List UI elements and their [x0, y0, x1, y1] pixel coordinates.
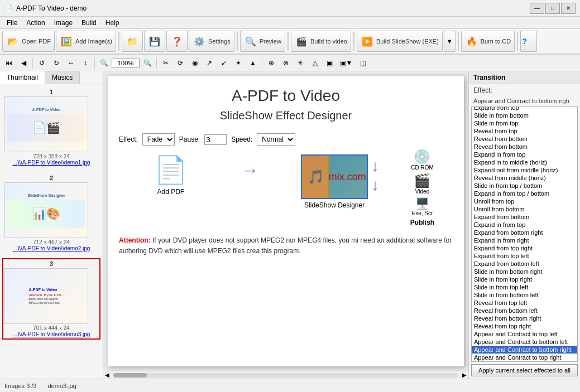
effect-list-item-24[interactable]: Expand from bottom left: [472, 260, 577, 268]
tab-thumbnail[interactable]: Thumbnail: [0, 71, 45, 84]
effect-list-item-25[interactable]: Slide in from bottom right: [472, 268, 577, 275]
effect-list-item-26[interactable]: Slide in from top right: [472, 275, 577, 283]
help-button[interactable]: ?: [520, 31, 537, 52]
effect-list-item-28[interactable]: Slide in from bottom left: [472, 291, 577, 299]
effect-list-item-11[interactable]: Expand in to middle (horiz): [472, 158, 577, 166]
pause-input[interactable]: [204, 134, 227, 145]
tool8-button[interactable]: ⊕: [265, 57, 278, 69]
burn-to-cd-button[interactable]: 🔥 Burn to CD: [461, 31, 515, 52]
thumbnail-list[interactable]: 1 A-PDF to Video 📄🎬 728 x 358 x 24 ...)\…: [0, 84, 103, 379]
transition-effect-label: Effect:: [469, 84, 580, 96]
tool7-button[interactable]: ▲: [246, 57, 260, 69]
scroll-right-arrow[interactable]: ▶: [461, 372, 468, 378]
h-scrollbar[interactable]: ◀ ▶: [103, 371, 468, 379]
minimize-button[interactable]: —: [530, 3, 544, 14]
effect-list-item-36[interactable]: Appear and Contract to top right: [472, 354, 577, 361]
tool5-button[interactable]: ↙: [217, 57, 231, 69]
effect-list-item-4[interactable]: Expand from top: [472, 107, 577, 112]
rotate-right-button[interactable]: ↻: [50, 57, 63, 69]
rotate-left-button[interactable]: ↺: [35, 57, 49, 69]
effect-list-item-20[interactable]: Expand from bottom right: [472, 229, 577, 236]
menu-action[interactable]: Action: [22, 18, 49, 28]
effect-list-item-10[interactable]: Expand in from top: [472, 151, 577, 158]
thumbnail-item-3[interactable]: 3 A-PDF to Video Attention: If your DVD.…: [2, 258, 100, 340]
folder-button[interactable]: 📁: [122, 31, 143, 52]
tool2-button[interactable]: ⟳: [174, 57, 187, 69]
zoom-in-button[interactable]: 🔍: [141, 57, 154, 69]
tool6-button[interactable]: ✦: [232, 57, 245, 69]
add-image-button[interactable]: 🖼️ Add Image(s): [56, 31, 116, 52]
effect-list[interactable]: Unroll from rightBuild up from rightBuil…: [472, 107, 577, 361]
help-circle-button[interactable]: ❓: [166, 31, 188, 52]
effect-list-item-5[interactable]: Slide in from bottom: [472, 112, 577, 119]
slideshow-dropdown-button[interactable]: ▼: [444, 31, 456, 52]
close-button[interactable]: ✕: [561, 3, 576, 14]
effect-list-item-18[interactable]: Expand from bottom: [472, 213, 577, 221]
tool11-button[interactable]: △: [308, 57, 322, 69]
effect-list-item-22[interactable]: Expand from top right: [472, 244, 577, 252]
toolbar: 📂 Open PDF 🖼️ Add Image(s) 📁 💾 ❓ ⚙️ Sett…: [0, 29, 580, 55]
effect-list-item-35[interactable]: Appear and Contract to bottom right: [472, 346, 577, 354]
tool3-button[interactable]: ◉: [188, 57, 202, 69]
tool4-button[interactable]: ↗: [203, 57, 216, 69]
tool10-button[interactable]: ✳: [294, 57, 307, 69]
zoom-out-button[interactable]: 🔍: [97, 57, 111, 69]
save-button[interactable]: 💾: [144, 31, 165, 52]
thumbnail-item-1[interactable]: 1 A-PDF to Video 📄🎬 728 x 358 x 24 ...)\…: [2, 86, 100, 168]
exe-icon: 🖥️: [415, 197, 429, 210]
settings-button[interactable]: ⚙️ Settings: [189, 31, 234, 52]
effect-list-item-27[interactable]: Slide in from top left: [472, 283, 577, 291]
effect-list-item-29[interactable]: Reveal from top left: [472, 299, 577, 307]
effect-list-item-9[interactable]: Reveal from bottom: [472, 143, 577, 151]
flip-v-button[interactable]: ↕: [79, 57, 92, 69]
effect-select[interactable]: Fade: [142, 133, 175, 146]
effect-list-item-31[interactable]: Reveal from bottom right: [472, 314, 577, 322]
tab-musics[interactable]: Musics: [45, 71, 80, 84]
open-pdf-button[interactable]: 📂 Open PDF: [2, 31, 55, 52]
thumb-path-2: ...)\\A-PDF to Video\\demo2.jpg: [4, 245, 98, 251]
effect-list-item-23[interactable]: Expand from top left: [472, 252, 577, 260]
effect-list-item-14[interactable]: Slide in from top / bottom: [472, 182, 577, 190]
burn-label: Burn to CD: [481, 38, 511, 45]
flip-h-button[interactable]: ↔: [64, 57, 78, 69]
tool1-button[interactable]: ✂: [159, 57, 172, 69]
effect-list-item-13[interactable]: Reveal from middle (horiz): [472, 174, 577, 182]
tool9-button[interactable]: ⊗: [279, 57, 293, 69]
apply-button[interactable]: Apply current select effected to all: [471, 364, 578, 376]
nav-prev-button[interactable]: ◀: [17, 57, 30, 69]
tool12-button[interactable]: ▣: [323, 57, 336, 69]
effect-list-item-33[interactable]: Appear and Contract to top left: [472, 330, 577, 338]
effect-list-item-7[interactable]: Reveal from top: [472, 127, 577, 135]
effect-list-item-8[interactable]: Reveal from bottom: [472, 135, 577, 143]
effect-list-item-32[interactable]: Reveal from top right: [472, 322, 577, 330]
effect-list-item-17[interactable]: Unroll from bottom: [472, 205, 577, 213]
build-slideshow-button[interactable]: ▶️ Build SlideShow (EXE): [357, 31, 443, 52]
menu-image[interactable]: Image: [50, 18, 77, 28]
preview-button[interactable]: 🔍 Preview: [240, 31, 285, 52]
menu-file[interactable]: File: [2, 18, 22, 28]
effect-list-item-12[interactable]: Expand out from middle (horiz): [472, 166, 577, 174]
effect-list-item-30[interactable]: Reveal from bottom left: [472, 307, 577, 314]
menu-build[interactable]: Build: [77, 18, 101, 28]
build-slideshow-label: Build SlideShow (EXE): [376, 38, 439, 45]
thumbnail-item-2[interactable]: 2 SlideShow Designer 📊🎨 712 x 467 x 24 .…: [2, 172, 100, 254]
scroll-left-arrow[interactable]: ◀: [103, 372, 111, 378]
effect-list-item-16[interactable]: Unroll from top: [472, 197, 577, 205]
effect-list-item-34[interactable]: Appear and Contract to bottom left: [472, 338, 577, 346]
folder-icon: 📁: [126, 35, 139, 48]
build-video-icon: 🎬: [295, 35, 308, 48]
h-scroll-track[interactable]: [113, 373, 458, 378]
tool13-button[interactable]: ▣▼: [337, 57, 355, 69]
tool14-button[interactable]: ◫: [356, 57, 370, 69]
effect-list-item-15[interactable]: Expand in from top / bottom: [472, 190, 577, 197]
h-scroll-thumb[interactable]: [113, 373, 147, 378]
toolbar-separator-1: [118, 32, 119, 51]
menu-help[interactable]: Help: [101, 18, 124, 28]
speed-select[interactable]: Normal: [257, 133, 295, 146]
nav-first-button[interactable]: ⏮: [2, 57, 16, 69]
effect-list-item-6[interactable]: Slide in from top: [472, 119, 577, 127]
maximize-button[interactable]: □: [545, 3, 560, 14]
effect-list-item-19[interactable]: Expand in from top: [472, 221, 577, 229]
effect-list-item-21[interactable]: Expand in from right: [472, 236, 577, 244]
build-video-button[interactable]: 🎬 Build to video: [291, 31, 351, 52]
